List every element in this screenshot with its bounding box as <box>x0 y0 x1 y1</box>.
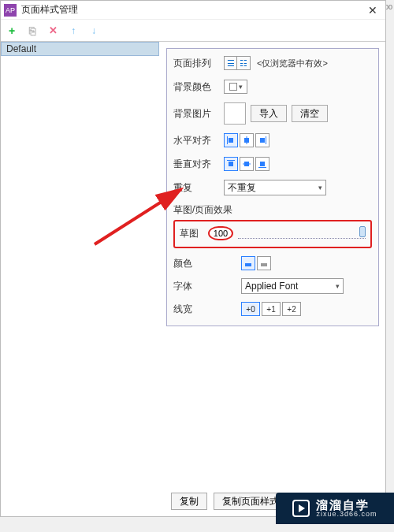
move-down-button[interactable]: ↓ <box>87 24 100 37</box>
stroke-opt-0[interactable]: +0 <box>241 302 260 316</box>
sketch-group-title: 草图/页面效果 <box>173 203 372 217</box>
watermark: 溜溜自学 zixue.3d66.com <box>276 493 394 524</box>
align-center-icon[interactable] <box>240 133 254 147</box>
svg-rect-5 <box>260 138 265 143</box>
window-title: 页面样式管理 <box>21 3 363 17</box>
svg-rect-9 <box>244 162 249 166</box>
svg-rect-7 <box>229 162 233 166</box>
bg-color-picker[interactable]: ▾ <box>224 80 247 94</box>
repeat-label: 重复 <box>173 181 224 195</box>
sketch-slider[interactable] <box>238 228 366 239</box>
svg-rect-11 <box>260 162 265 166</box>
stroke-width-group: +0 +1 +2 <box>241 302 301 316</box>
delete-button[interactable]: ✕ <box>46 24 59 37</box>
properties-panel: 页面排列 ☰ ☷ <仅浏览器中有效> 背景颜色 ▾ 背景图片 导入 清空 <box>166 48 379 326</box>
svg-rect-0 <box>227 136 228 144</box>
toolbar: + ⎘ ✕ ↑ ↓ <box>1 20 385 42</box>
titlebar: AP 页面样式管理 ✕ <box>1 1 385 20</box>
svg-rect-3 <box>244 138 249 143</box>
style-list: Default <box>1 42 160 485</box>
svg-rect-6 <box>227 160 235 161</box>
align-right-icon[interactable] <box>255 133 269 147</box>
font-label: 字体 <box>173 280 202 293</box>
import-button[interactable]: 导入 <box>251 105 287 122</box>
play-icon <box>292 500 310 517</box>
font-combo[interactable]: Applied Font▾ <box>241 278 344 294</box>
watermark-title: 溜溜自学 <box>316 499 377 511</box>
svg-rect-1 <box>229 138 233 143</box>
align-middle-icon[interactable] <box>240 157 254 171</box>
app-icon: AP <box>4 4 17 17</box>
sketch-highlight-box: 草图 <box>173 220 372 248</box>
svg-rect-4 <box>266 136 266 144</box>
v-align-group <box>224 157 269 171</box>
h-align-label: 水平对齐 <box>173 134 224 147</box>
close-icon[interactable]: ✕ <box>363 4 382 17</box>
sketch-label: 草图 <box>180 227 208 240</box>
svg-rect-12 <box>245 263 251 266</box>
stroke-label: 线宽 <box>173 303 202 316</box>
slider-thumb[interactable] <box>359 226 366 237</box>
v-align-label: 垂直对齐 <box>173 158 224 171</box>
list-item[interactable]: Default <box>1 42 159 56</box>
dialog-window: AP 页面样式管理 ✕ + ⎘ ✕ ↑ ↓ Default 页面排列 ☰ ☷ <… <box>0 0 386 517</box>
align-left-icon[interactable] <box>224 133 238 147</box>
duplicate-button[interactable]: ⎘ <box>26 24 39 37</box>
clear-button[interactable]: 清空 <box>292 105 328 122</box>
repeat-combo[interactable]: 不重复▾ <box>224 180 326 195</box>
page-arrange-label: 页面排列 <box>173 57 224 70</box>
svg-rect-10 <box>258 167 266 168</box>
stroke-opt-2[interactable]: +2 <box>282 302 301 316</box>
arrange-vertical-icon[interactable]: ☰ <box>225 57 237 69</box>
move-up-button[interactable]: ↑ <box>67 24 80 37</box>
bg-image-preview[interactable] <box>224 102 246 125</box>
sketch-value-input[interactable] <box>208 226 233 240</box>
color-option-1-icon[interactable] <box>241 256 255 270</box>
watermark-url: zixue.3d66.com <box>316 511 377 518</box>
dialog-footer: 复制 复制页面样式 <box>171 493 288 510</box>
bg-color-label: 背景颜色 <box>173 80 224 94</box>
align-top-icon[interactable] <box>224 157 238 171</box>
svg-rect-13 <box>261 263 267 266</box>
stroke-opt-1[interactable]: +1 <box>262 302 281 316</box>
bg-image-label: 背景图片 <box>173 107 224 121</box>
h-align-group <box>224 133 269 147</box>
page-arrange-toggle[interactable]: ☰ ☷ <box>224 56 251 70</box>
copy-button[interactable]: 复制 <box>171 493 207 510</box>
page-arrange-hint: <仅浏览器中有效> <box>257 58 328 69</box>
arrange-horizontal-icon[interactable]: ☷ <box>237 57 250 69</box>
color-option-2-icon[interactable] <box>257 256 271 270</box>
add-button[interactable]: + <box>6 24 18 37</box>
align-bottom-icon[interactable] <box>255 157 269 171</box>
color-label: 颜色 <box>173 257 202 270</box>
